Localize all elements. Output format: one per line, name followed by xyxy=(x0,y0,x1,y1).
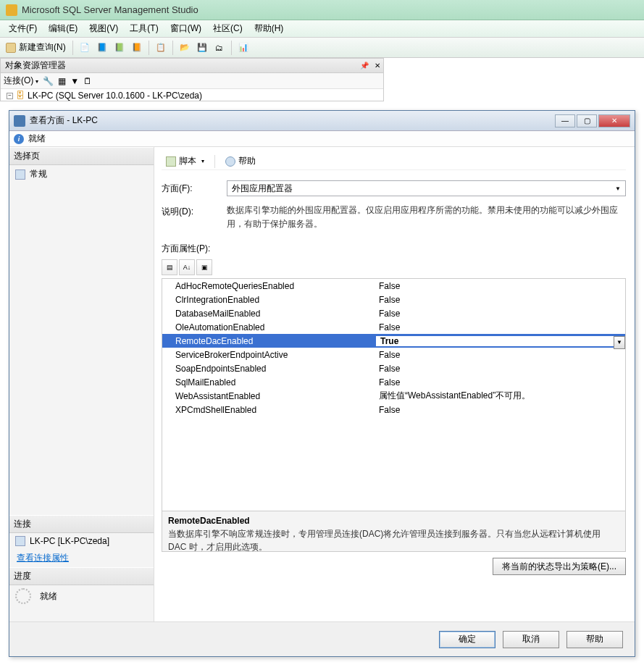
close-button[interactable]: ✕ xyxy=(598,114,630,127)
property-name: ServiceBrokerEndpointActive xyxy=(162,350,376,360)
menubar: 文件(F) 编辑(E) 视图(V) 工具(T) 窗口(W) 社区(C) 帮助(H… xyxy=(0,20,644,38)
chevron-down-icon[interactable]: ▼ xyxy=(614,336,625,349)
property-name: DatabaseMailEnabled xyxy=(162,309,376,319)
main-toolbar: 新建查询(N) 📄 📘 📗 📙 📋 📂 💾 🗂 📊 xyxy=(0,38,644,58)
chevron-down-icon[interactable]: ▼ xyxy=(612,182,624,195)
menu-help[interactable]: 帮助(H) xyxy=(248,21,290,36)
property-help: RemoteDacEnabled 当数据库引擎不响应常规连接时，专用管理员连接(… xyxy=(162,511,626,552)
activity-icon[interactable]: 📊 xyxy=(235,40,251,56)
server-small-icon xyxy=(15,536,25,546)
help-icon xyxy=(225,156,235,167)
property-value[interactable]: False xyxy=(376,322,625,332)
property-value[interactable]: False xyxy=(376,350,625,360)
ok-button[interactable]: 确定 xyxy=(439,631,495,648)
menu-edit[interactable]: 编辑(E) xyxy=(43,21,83,36)
menu-file[interactable]: 文件(F) xyxy=(3,21,43,36)
page-general-label: 常规 xyxy=(30,168,47,180)
property-value[interactable]: False xyxy=(376,281,625,291)
property-value[interactable]: True▼ xyxy=(376,336,625,346)
script-icon xyxy=(166,156,176,167)
connection-value: LK-PC [LK-PC\zeda] xyxy=(30,536,109,546)
dialog-titlebar[interactable]: 查看方面 - LK-PC — ▢ ✕ xyxy=(9,111,635,131)
property-row[interactable]: SoapEndpointsEnabledFalse xyxy=(162,361,625,375)
right-toolbar: 脚本 帮助 xyxy=(162,153,626,170)
property-value[interactable]: False xyxy=(376,364,625,374)
property-row[interactable]: WebAssistantEnabled属性值“WebAssistantEnabl… xyxy=(162,389,625,403)
connect-dropdown[interactable]: 连接(O) xyxy=(4,75,38,87)
close-icon[interactable]: ✕ xyxy=(375,62,380,70)
view-connection-properties-link[interactable]: 查看连接属性 xyxy=(9,549,154,567)
progress-header: 进度 xyxy=(9,567,154,585)
property-row[interactable]: OleAutomationEnabledFalse xyxy=(162,320,625,334)
facet-value: 外围应用配置器 xyxy=(232,183,293,195)
dialog-footer: 确定 取消 帮助 xyxy=(9,621,635,656)
help-button[interactable]: 帮助 xyxy=(566,631,623,648)
toolbar-btn-2[interactable]: 📘 xyxy=(94,40,110,56)
info-icon: i xyxy=(14,134,24,144)
dialog-status-bar: i 就绪 xyxy=(9,131,635,147)
progress-ready: 就绪 xyxy=(40,590,57,603)
menu-view[interactable]: 视图(V) xyxy=(83,21,124,36)
dialog-title: 查看方面 - LK-PC xyxy=(30,114,555,127)
maximize-button[interactable]: ▢ xyxy=(577,114,597,127)
page-general[interactable]: 常规 xyxy=(9,165,154,183)
object-explorer-toolbar: 连接(O) 🔧 ▦ ▼ 🗒 xyxy=(1,73,383,89)
toolbar-btn-1[interactable]: 📄 xyxy=(77,40,93,56)
description-text: 数据库引擎功能的外围应用配置器。仅应启用应用程序所需的功能。禁用未使用的功能可以… xyxy=(227,204,626,231)
tree-expand-icon[interactable]: − xyxy=(7,93,13,99)
export-policy-button[interactable]: 将当前的状态导出为策略(E)... xyxy=(493,558,626,575)
pin-icon[interactable]: 📌 xyxy=(360,62,369,70)
page-icon xyxy=(15,169,25,180)
new-query-button[interactable]: 新建查询(N) xyxy=(3,41,69,54)
sort-az-icon[interactable]: A↓ xyxy=(179,259,195,275)
filter-icon[interactable]: ▼ xyxy=(70,76,79,86)
property-grid[interactable]: AdHocRemoteQueriesEnabledFalseClrIntegra… xyxy=(162,278,626,511)
right-help-button[interactable]: 帮助 xyxy=(221,154,260,169)
select-page-header: 选择页 xyxy=(9,147,154,165)
property-value[interactable]: 属性值“WebAssistantEnabled”不可用。 xyxy=(376,390,625,402)
property-row[interactable]: AdHocRemoteQueriesEnabledFalse xyxy=(162,279,625,293)
cancel-button[interactable]: 取消 xyxy=(503,631,559,648)
facet-combo[interactable]: 外围应用配置器 ▼ xyxy=(227,180,626,196)
toolbar-btn-5[interactable]: 📋 xyxy=(153,40,169,56)
object-explorer-tree: − 🗄 LK-PC (SQL Server 10.0.1600 - LK-PC\… xyxy=(1,89,383,102)
props-pages-icon[interactable]: ▣ xyxy=(196,259,212,275)
oe-btn-2[interactable]: ▦ xyxy=(58,76,66,86)
open-icon[interactable]: 📂 xyxy=(177,40,193,56)
object-explorer-title: 对象资源管理器 xyxy=(5,59,66,72)
oe-btn-1[interactable]: 🔧 xyxy=(43,76,54,86)
categorize-icon[interactable]: ▤ xyxy=(162,259,177,275)
property-row[interactable]: DatabaseMailEnabledFalse xyxy=(162,306,625,320)
menu-window[interactable]: 窗口(W) xyxy=(164,21,207,36)
property-grid-toolbar: ▤ A↓ ▣ xyxy=(162,259,626,275)
window-buttons: — ▢ ✕ xyxy=(555,114,630,127)
toolbar-btn-4[interactable]: 📙 xyxy=(129,40,145,56)
property-help-title: RemoteDacEnabled xyxy=(168,516,619,526)
property-row[interactable]: SqlMailEnabledFalse xyxy=(162,375,625,389)
property-name: SqlMailEnabled xyxy=(162,377,376,388)
main-titlebar: Microsoft SQL Server Management Studio xyxy=(0,0,644,20)
property-value[interactable]: False xyxy=(376,295,625,305)
property-value[interactable]: False xyxy=(376,377,625,388)
oe-btn-4[interactable]: 🗒 xyxy=(83,76,92,86)
toolbar-btn-3[interactable]: 📗 xyxy=(112,40,127,56)
object-explorer-header: 对象资源管理器 📌 ✕ xyxy=(1,59,383,73)
property-row[interactable]: XPCmdShellEnabledFalse xyxy=(162,403,625,416)
property-row[interactable]: RemoteDacEnabledTrue▼ xyxy=(162,334,625,348)
description-label: 说明(D): xyxy=(162,204,227,218)
app-icon xyxy=(6,4,17,16)
menu-tools[interactable]: 工具(T) xyxy=(124,21,164,36)
property-row[interactable]: ServiceBrokerEndpointActiveFalse xyxy=(162,348,625,361)
property-name: SoapEndpointsEnabled xyxy=(162,364,376,374)
save-all-icon[interactable]: 🗂 xyxy=(212,40,227,56)
property-value[interactable]: False xyxy=(376,309,625,319)
property-grid-empty xyxy=(162,416,625,511)
script-button[interactable]: 脚本 xyxy=(162,154,209,169)
save-icon[interactable]: 💾 xyxy=(194,40,210,56)
minimize-button[interactable]: — xyxy=(555,114,575,127)
toolbar-sep xyxy=(231,41,232,55)
property-row[interactable]: ClrIntegrationEnabledFalse xyxy=(162,293,625,306)
property-value[interactable]: False xyxy=(376,405,625,415)
menu-community[interactable]: 社区(C) xyxy=(207,21,248,36)
server-node[interactable]: LK-PC (SQL Server 10.0.1600 - LK-PC\zeda… xyxy=(28,91,202,101)
